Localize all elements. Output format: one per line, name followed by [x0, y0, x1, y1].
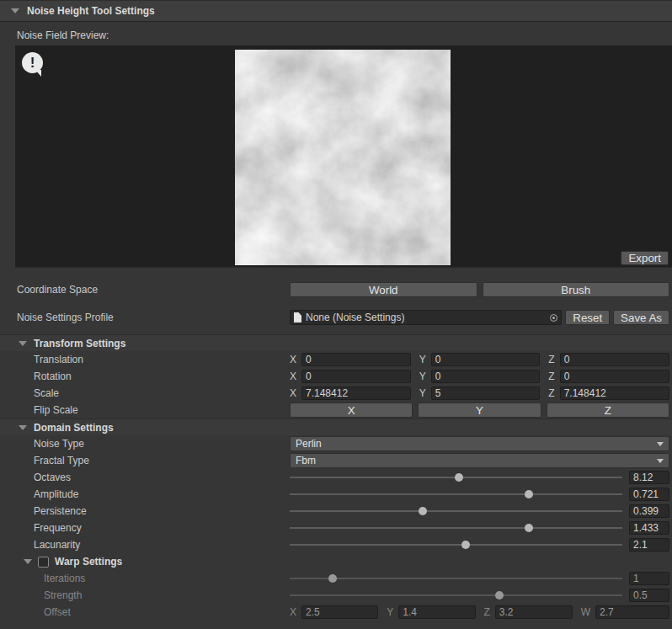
slider-track[interactable] — [290, 510, 622, 512]
scale-x-field[interactable] — [301, 386, 411, 400]
noise-field-preview-label: Noise Field Preview: — [17, 29, 672, 41]
z-axis-label: Z — [484, 606, 490, 618]
slider-knob — [495, 591, 504, 600]
object-picker-dot — [552, 317, 555, 319]
flip-x-button[interactable]: X — [290, 402, 413, 418]
translation-z-field[interactable] — [560, 353, 669, 366]
domain-settings-foldout[interactable]: Domain Settings — [0, 418, 672, 435]
iterations-value-field — [629, 572, 669, 585]
rotation-fields: X Y Z — [290, 368, 669, 385]
world-button[interactable]: World — [290, 282, 477, 297]
fractal-type-row: Fractal Type Fbm — [0, 452, 669, 469]
noise-type-label: Noise Type — [0, 438, 290, 450]
vector-x-group: X — [290, 386, 411, 400]
fractal-type-dropdown[interactable]: Fbm — [290, 453, 669, 468]
noise-settings-profile-label: Noise Settings Profile — [0, 312, 290, 323]
foldout-open-icon[interactable] — [19, 341, 27, 346]
noise-settings-profile-row: Noise Settings Profile None (Noise Setti… — [0, 309, 669, 326]
frequency-slider[interactable] — [290, 520, 622, 536]
chevron-down-icon — [657, 442, 664, 446]
object-picker-icon — [550, 314, 557, 322]
strength-slider — [290, 587, 622, 604]
fractal-type-value: Fbm — [296, 455, 316, 466]
scale-y-field[interactable] — [431, 386, 541, 400]
slider-knob[interactable] — [461, 541, 470, 549]
chevron-down-icon — [657, 459, 664, 463]
slider-knob[interactable] — [525, 524, 533, 532]
frequency-label: Frequency — [0, 522, 290, 534]
foldout-open-icon[interactable] — [24, 559, 32, 564]
noise-preview-image[interactable] — [235, 50, 451, 265]
save-as-button[interactable]: Save As — [613, 310, 669, 325]
flip-z-button[interactable]: Z — [547, 402, 669, 418]
brush-button[interactable]: Brush — [483, 282, 670, 297]
slider-knob[interactable] — [525, 490, 533, 498]
profile-buttons: Reset Save As — [565, 310, 669, 325]
amplitude-row: Amplitude — [0, 486, 669, 503]
octaves-slider[interactable] — [290, 469, 622, 486]
flip-scale-label: Flip Scale — [0, 404, 290, 416]
octaves-value-field[interactable] — [629, 471, 669, 484]
amplitude-control — [290, 486, 669, 503]
translation-x-field[interactable] — [301, 353, 411, 366]
noise-type-row: Noise Type Perlin — [0, 435, 669, 452]
x-axis-label: X — [290, 370, 296, 382]
object-picker-button[interactable] — [546, 311, 561, 324]
persistence-value-field[interactable] — [629, 504, 669, 518]
vector-x-group: X — [290, 605, 378, 619]
rotation-z-field[interactable] — [560, 370, 669, 383]
y-axis-label: Y — [419, 354, 426, 365]
scale-z-field[interactable] — [560, 386, 669, 400]
slider-knob[interactable] — [455, 473, 463, 482]
persistence-control — [290, 503, 669, 520]
frequency-control — [290, 520, 669, 536]
offset-fields: X Y Z W — [290, 604, 669, 621]
vector-z-group: Z — [548, 386, 669, 400]
lacunarity-control — [290, 536, 669, 553]
transform-settings-foldout[interactable]: Transform Settings — [0, 334, 672, 351]
noise-settings-object-field[interactable]: None (Noise Settings) — [290, 310, 562, 325]
lacunarity-slider[interactable] — [290, 536, 622, 553]
noise-type-dropdown[interactable]: Perlin — [290, 436, 669, 451]
slider-track[interactable] — [290, 544, 622, 546]
flip-y-button[interactable]: Y — [418, 402, 541, 418]
w-axis-label: W — [581, 606, 590, 618]
translation-row: Translation X Y Z — [0, 351, 669, 368]
fractal-type-control: Fbm — [290, 452, 669, 469]
foldout-open-icon[interactable] — [19, 425, 27, 430]
iterations-control — [290, 570, 669, 587]
noise-preview-area: ! Export — [15, 45, 672, 268]
z-axis-label: Z — [548, 354, 554, 365]
persistence-slider[interactable] — [290, 503, 622, 520]
panel-header-foldout[interactable]: Noise Height Tool Settings — [0, 0, 672, 22]
export-button[interactable]: Export — [621, 251, 669, 265]
foldout-open-icon[interactable] — [11, 8, 19, 13]
strength-label: Strength — [0, 589, 290, 601]
rotation-x-field[interactable] — [301, 370, 411, 383]
x-axis-label: X — [290, 606, 296, 618]
panel-title: Noise Height Tool Settings — [27, 5, 155, 17]
warp-settings-body: Iterations Strength Offset — [0, 570, 672, 621]
slider-track[interactable] — [290, 527, 622, 529]
frequency-value-field[interactable] — [629, 521, 669, 535]
translation-y-field[interactable] — [431, 353, 541, 366]
lacunarity-value-field[interactable] — [629, 538, 669, 552]
offset-w-field — [595, 605, 669, 619]
reset-button[interactable]: Reset — [565, 310, 610, 325]
amplitude-value-field[interactable] — [629, 488, 669, 501]
noise-settings-profile-controls: None (Noise Settings) Reset Save As — [290, 309, 669, 326]
strength-row: Strength — [0, 587, 669, 604]
slider-knob[interactable] — [419, 507, 427, 515]
vector-y-group: Y — [419, 386, 541, 400]
coordinate-space-row: Coordinate Space World Brush — [0, 281, 669, 298]
amplitude-slider[interactable] — [290, 486, 622, 503]
transform-settings-title: Transform Settings — [34, 338, 125, 349]
slider-track[interactable] — [290, 493, 622, 495]
coordinate-space-label: Coordinate Space — [0, 284, 290, 296]
octaves-row: Octaves — [0, 469, 669, 486]
rotation-y-field[interactable] — [431, 370, 541, 383]
vector-y-group: Y — [419, 370, 541, 383]
warp-settings-foldout[interactable]: Warp Settings — [0, 553, 672, 570]
x-axis-label: X — [290, 387, 296, 399]
warp-settings-checkbox[interactable] — [38, 557, 49, 568]
